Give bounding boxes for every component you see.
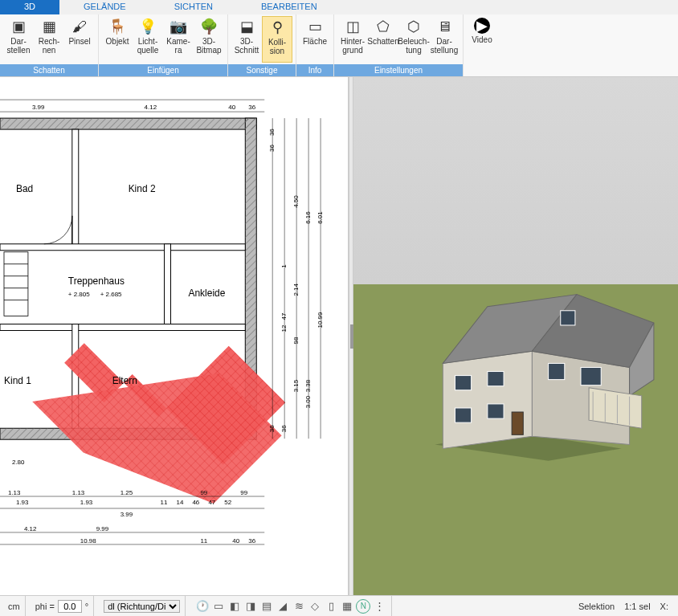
dim-label: 4.50: [292, 195, 300, 208]
pinsel-button[interactable]: 🖌Pinsel: [64, 16, 95, 63]
group-label-info: Info: [296, 64, 333, 76]
flaeche-button[interactable]: ▭Fläche: [300, 16, 330, 63]
chair-icon: 🪑: [108, 18, 126, 35]
dim-label: 40: [228, 104, 235, 111]
dim-label: 2.14: [292, 284, 300, 296]
room-label-kind2: Kind 2: [129, 183, 156, 194]
room-label-treppenhaus: Treppenhaus: [68, 275, 125, 287]
waves-icon[interactable]: ≋: [292, 599, 306, 614]
bulb-icon: 💡: [139, 18, 157, 35]
svg-rect-51: [581, 368, 601, 386]
phi-input[interactable]: [58, 600, 82, 613]
cube-icon: ▣: [10, 18, 27, 35]
dim-label: 1: [280, 264, 288, 268]
kamera-button[interactable]: 📷Kame-ra: [163, 16, 194, 63]
dim-label: 36: [280, 425, 288, 432]
dim-label: 3.99: [32, 104, 45, 111]
group-label-sonstige: Sonstige: [228, 64, 296, 76]
3d-house: [419, 217, 662, 502]
dim-label: 36: [268, 425, 276, 432]
page-icon[interactable]: ▯: [324, 599, 338, 614]
hintergrund-button[interactable]: ◫Hinter-grund: [337, 16, 368, 63]
light-icon: ⬡: [405, 18, 423, 35]
dim-label: 36: [248, 104, 255, 111]
svg-rect-49: [512, 412, 523, 434]
calc-icon: ▦: [40, 18, 58, 35]
dim-label: 1.25: [120, 489, 133, 496]
angle-icon[interactable]: ◢: [276, 599, 290, 614]
stack-icon[interactable]: ▤: [259, 599, 274, 614]
more-icon[interactable]: ⋮: [372, 599, 386, 614]
dim-label: 99: [200, 489, 207, 496]
dim-label: 12: [280, 324, 288, 332]
svg-rect-45: [455, 376, 471, 390]
lichtquelle-button[interactable]: 💡Licht-quelle: [133, 16, 163, 63]
brush-icon: 🖌: [71, 18, 88, 35]
svg-rect-13: [0, 244, 245, 251]
tab-sichten[interactable]: SICHTEN: [150, 0, 237, 14]
dim-label: 40: [232, 537, 239, 545]
dim-label: 1.13: [72, 489, 85, 496]
svg-rect-9: [0, 118, 256, 129]
tab-bearbeiten[interactable]: BEARBEITEN: [237, 0, 341, 14]
tab-gelaende[interactable]: GELÄNDE: [59, 0, 150, 14]
svg-rect-48: [488, 404, 504, 418]
ribbon-group-schatten: ▣Dar-stellen ▦Rech-nen 🖌Pinsel Schatten: [0, 14, 99, 76]
tree-icon: 🌳: [200, 18, 218, 35]
statusbar: cm phi = ° dl (Richtung/Di 🕐 ▭ ◧ ◨ ▤ ◢ ≋…: [0, 595, 678, 616]
x-label: X:: [660, 602, 668, 611]
diamond-icon[interactable]: ◇: [308, 599, 322, 614]
rechnen-button[interactable]: ▦Rech-nen: [34, 16, 64, 63]
phi-deg: °: [85, 602, 88, 611]
dim-label: 6.16: [304, 211, 312, 224]
ribbon-group-video: ▶Video: [464, 14, 500, 76]
svg-rect-18: [4, 252, 28, 316]
ribbon-group-info: ▭Fläche Info: [296, 14, 334, 76]
dim-label: 1.13: [8, 489, 21, 496]
3d-bitmap-button[interactable]: 🌳3D-Bitmap: [194, 16, 224, 63]
dim-label: 14: [176, 499, 183, 506]
objekt-button[interactable]: 🪑Objekt: [102, 16, 133, 63]
svg-rect-47: [455, 408, 471, 422]
grid-icon[interactable]: ▦: [340, 599, 354, 614]
video-button[interactable]: ▶Video: [467, 16, 497, 63]
darstellung-button[interactable]: 🖥Dar-stellung: [429, 16, 459, 63]
dim-label: 10.99: [317, 312, 324, 328]
dl-select[interactable]: dl (Richtung/Di: [104, 600, 180, 613]
dim-label: 47: [280, 312, 288, 320]
area-icon: ▭: [306, 18, 324, 35]
beleuchtung-button[interactable]: ⬡Beleuch-tung: [398, 16, 429, 63]
dim-label: 3.00: [304, 395, 312, 408]
dim-label: 10.98: [80, 537, 97, 545]
3d-schnitt-button[interactable]: ⬓3D-Schnitt: [231, 16, 262, 63]
svg-rect-50: [548, 364, 564, 380]
layer1-icon[interactable]: ◧: [227, 599, 242, 614]
collision-icon: ⚲: [268, 18, 286, 36]
layer2-icon[interactable]: ◨: [243, 599, 258, 614]
room-label-kind1: Kind 1: [4, 375, 31, 386]
svg-rect-12: [72, 129, 79, 250]
floorplan-pane[interactable]: 3.99 4.12 40 36: [0, 77, 349, 595]
dim-label: 36: [268, 129, 276, 136]
dim-label: 52: [224, 499, 231, 506]
kollision-button[interactable]: ⚲Kolli-sion: [262, 16, 292, 63]
floorplan-svg: 3.99 4.12 40 36: [0, 77, 348, 595]
schatten-setting-button[interactable]: ⬠Schatten: [368, 16, 398, 63]
group-label-einstellungen: Einstellungen: [334, 64, 463, 76]
tab-3d[interactable]: 3D: [0, 0, 59, 14]
dim-label: 36: [268, 145, 276, 152]
dim-label: 6.01: [317, 211, 324, 224]
darstellen-button[interactable]: ▣Dar-stellen: [3, 16, 34, 63]
ribbon-group-einstellungen: ◫Hinter-grund ⬠Schatten ⬡Beleuch-tung 🖥D…: [334, 14, 464, 76]
clock-icon[interactable]: 🕐: [195, 599, 210, 614]
3d-view-pane[interactable]: [353, 77, 678, 595]
dim-label: 1.93: [80, 499, 93, 506]
north-icon[interactable]: N: [356, 599, 370, 614]
ribbon-group-sonstige: ⬓3D-Schnitt ⚲Kolli-sion Sonstige: [228, 14, 296, 76]
group-label-schatten: Schatten: [0, 64, 98, 76]
unit-label: cm: [8, 602, 20, 611]
screen-icon[interactable]: ▭: [211, 599, 226, 614]
section-icon: ⬓: [238, 18, 255, 35]
play-icon: ▶: [474, 18, 490, 34]
display-icon: 🖥: [435, 18, 453, 35]
